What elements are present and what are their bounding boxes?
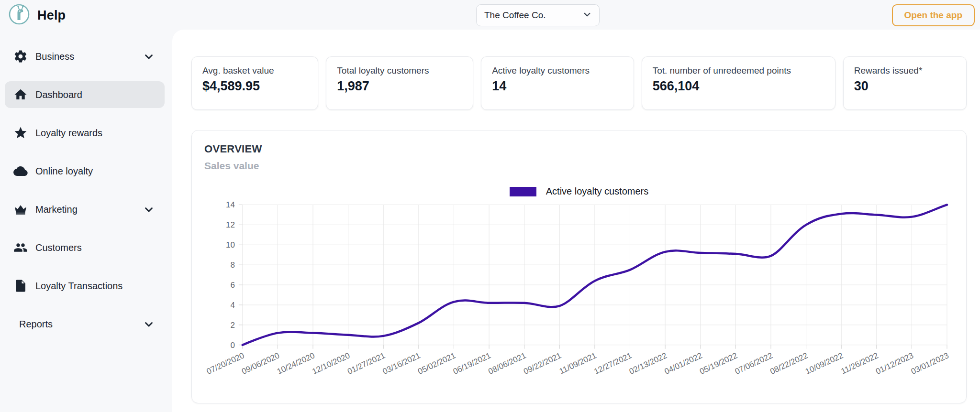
sidebar-item-dashboard[interactable]: Dashboard <box>5 81 165 108</box>
tick-label: 12 <box>226 220 235 229</box>
sidebar-item-label: Dashboard <box>35 89 82 100</box>
stat-label: Avg. basket value <box>202 65 307 76</box>
sidebar-item-marketing[interactable]: Marketing <box>5 196 165 223</box>
home-icon <box>13 87 28 102</box>
chevron-down-icon <box>143 318 155 330</box>
tick-label: 11/26/2022 <box>840 351 880 376</box>
sidebar-item-loyalty-rewards[interactable]: Loyalty rewards <box>5 119 165 146</box>
x-axis-labels: 07/20/202009/06/202010/24/202012/10/2020… <box>205 351 950 376</box>
sidebar-item-online-loyalty[interactable]: Online loyalty <box>5 158 165 184</box>
tick-label: 10/09/2022 <box>804 351 845 376</box>
stat-value: 1,987 <box>337 79 462 94</box>
workspace-selector[interactable]: The Coffee Co. <box>476 4 600 26</box>
tick-label: 8 <box>230 260 234 270</box>
tick-label: 02/13/2022 <box>628 351 668 376</box>
star-icon <box>13 126 28 140</box>
tick-label: 05/02/2021 <box>416 351 457 376</box>
giraffe-logo-icon <box>9 4 30 27</box>
sidebar-item-label: Customers <box>35 242 82 253</box>
sidebar-item-label: Business <box>35 51 74 62</box>
tick-label: 09/22/2021 <box>522 351 563 376</box>
tick-label: 2 <box>230 321 234 330</box>
tick-label: 07/06/2022 <box>734 351 774 376</box>
tick-label: 12/10/2020 <box>311 351 351 376</box>
tick-label: 10/24/2020 <box>276 351 316 376</box>
stat-card-total-loyalty-customers: Total loyalty customers1,987 <box>326 56 473 110</box>
tick-label: 11/09/2021 <box>558 351 598 376</box>
sidebar-nav: BusinessDashboardLoyalty rewardsOnline l… <box>0 30 172 412</box>
tick-label: 08/22/2022 <box>768 351 809 376</box>
stat-value: 30 <box>854 79 956 94</box>
legend-label: Active loyalty customers <box>546 186 649 197</box>
cloud-icon <box>13 164 28 178</box>
tick-label: 01/27/2021 <box>346 351 387 376</box>
sidebar-item-loyalty-transactions[interactable]: Loyalty Transactions <box>5 272 165 299</box>
sidebar-item-label: Marketing <box>35 204 78 215</box>
stat-value: 14 <box>492 79 623 94</box>
tick-label: 09/06/2020 <box>240 351 281 376</box>
stat-card-avg-basket-value: Avg. basket value$4,589.95 <box>191 56 318 110</box>
chevron-down-icon <box>143 203 155 216</box>
tick-label: 10 <box>226 240 235 249</box>
gear-icon <box>13 49 28 64</box>
tick-label: 04/01/2022 <box>663 351 704 376</box>
sidebar-item-label: Loyalty rewards <box>35 128 102 139</box>
brand: Help <box>9 4 66 27</box>
chevron-down-icon <box>143 50 155 63</box>
crown-icon <box>13 202 28 217</box>
open-the-app-button[interactable]: Open the app <box>892 4 975 26</box>
tick-label: 01/12/2023 <box>874 351 915 376</box>
tick-label: 07/20/2020 <box>205 351 246 376</box>
sidebar-item-label: Loyalty Transactions <box>35 281 122 292</box>
grid-lines <box>243 205 947 345</box>
tick-label: 03/16/2021 <box>381 351 422 376</box>
main-content: Avg. basket value$4,589.95Total loyalty … <box>172 30 980 412</box>
stat-label: Active loyalty customers <box>492 65 623 76</box>
stat-label: Total loyalty customers <box>337 65 462 76</box>
stat-card-rewards-issued: Rewards issued*30 <box>843 56 967 110</box>
stat-value: $4,589.95 <box>202 79 307 94</box>
stat-value: 566,104 <box>653 79 824 94</box>
axis-ticks <box>239 205 947 348</box>
chart-legend[interactable]: Active loyalty customers <box>204 186 954 197</box>
tick-label: 12/27/2021 <box>592 351 633 376</box>
legend-swatch <box>510 187 536 196</box>
tick-label: 0 <box>230 341 234 350</box>
sidebar-item-business[interactable]: Business <box>5 43 165 70</box>
workspace-selector-value: The Coffee Co. <box>484 10 582 21</box>
sales-chart: 0246810121407/20/202009/06/202010/24/202… <box>204 199 954 389</box>
sidebar-item-customers[interactable]: Customers <box>5 234 165 261</box>
stat-card-active-loyalty-customers: Active loyalty customers14 <box>481 56 634 110</box>
users-icon <box>13 240 28 255</box>
overview-title: OVERVIEW <box>204 143 954 155</box>
page: Help The Coffee Co. Open the app Busines… <box>0 0 980 412</box>
sales-chart-svg: 0246810121407/20/202009/06/202010/24/202… <box>204 199 954 389</box>
page-title: Help <box>37 8 66 23</box>
tick-label: 14 <box>226 200 235 209</box>
tick-label: 03/01/2023 <box>910 351 950 376</box>
sidebar-item-reports[interactable]: Reports <box>5 311 165 337</box>
tick-label: 08/06/2021 <box>487 351 528 376</box>
stats-row: Avg. basket value$4,589.95Total loyalty … <box>191 56 967 110</box>
overview-card: OVERVIEW Sales value Active loyalty cust… <box>191 130 967 403</box>
stat-label: Tot. number of unredeemed points <box>653 65 824 76</box>
stat-card-tot-number-of-unredeemed-points: Tot. number of unredeemed points566,104 <box>642 56 835 110</box>
top-header: Help The Coffee Co. Open the app <box>0 0 980 30</box>
overview-subtitle: Sales value <box>204 160 954 172</box>
tick-label: 05/19/2022 <box>698 351 739 376</box>
tick-label: 4 <box>230 301 234 310</box>
sidebar-item-label: Online loyalty <box>35 166 93 177</box>
chevron-down-icon <box>582 9 592 22</box>
y-axis-labels: 02468101214 <box>226 200 235 349</box>
tick-label: 06/19/2021 <box>452 351 492 376</box>
document-icon <box>13 279 28 293</box>
sidebar-item-label: Reports <box>19 319 53 330</box>
tick-label: 6 <box>230 281 234 290</box>
stat-label: Rewards issued* <box>854 65 956 76</box>
